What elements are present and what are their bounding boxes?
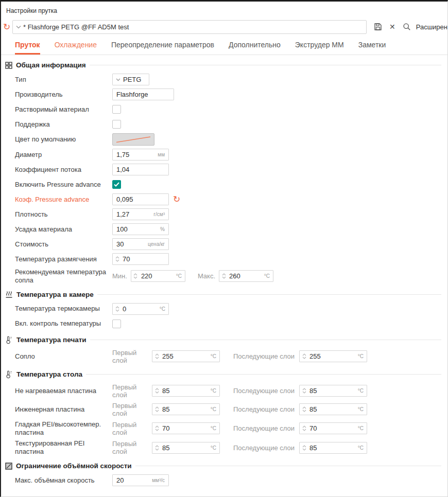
- hatched-square-icon: [5, 463, 12, 470]
- field-label: Температура термокамеры: [15, 305, 112, 313]
- save-preset-button[interactable]: [374, 23, 382, 31]
- pressure-advance-input[interactable]: 0,095: [112, 193, 169, 205]
- row-density: Плотность 1,27 г/см³: [15, 208, 447, 220]
- advanced-mode-toggle[interactable]: Расширен: [416, 23, 447, 31]
- smooth-pei-first-input[interactable]: 70 °C: [152, 422, 220, 434]
- soluble-checkbox[interactable]: [112, 105, 121, 114]
- spinner-arrows-icon[interactable]: [154, 353, 160, 359]
- value: 70: [162, 424, 169, 432]
- field-label: Коэффициент потока: [15, 166, 112, 174]
- unit-label: г/см³: [151, 211, 165, 217]
- spinner-arrows-icon[interactable]: [154, 406, 160, 412]
- shrinkage-input[interactable]: 100 %: [112, 223, 169, 235]
- field-label: Диаметр: [15, 151, 112, 159]
- diameter-value: 1,75: [116, 151, 129, 158]
- row-cost: Стоимость 30 цена/кг: [15, 238, 447, 250]
- spinner-arrows-icon[interactable]: [154, 388, 160, 394]
- unit-label: °C: [209, 406, 216, 412]
- default-color-swatch[interactable]: [112, 133, 154, 146]
- other-layers-label: Последующие слои: [233, 352, 297, 360]
- spinner-arrows-icon[interactable]: [301, 425, 307, 431]
- unit-label: °C: [209, 353, 216, 359]
- tab-mm-extruder[interactable]: Экструдер ММ: [295, 41, 344, 55]
- filament-settings-window: Настройки прутка ↻ * Flashforge PETG @FF…: [0, 0, 448, 497]
- field-label: Макс. объёмная скорость: [15, 476, 112, 485]
- nozzle-temp-min-input[interactable]: 220 °C: [131, 270, 185, 282]
- delete-preset-button[interactable]: ✕: [389, 23, 395, 31]
- textured-pei-first-input[interactable]: 85 °C: [152, 442, 220, 454]
- spinner-arrows-icon[interactable]: [301, 388, 307, 394]
- tab-notes[interactable]: Заметки: [358, 41, 386, 55]
- tab-advanced[interactable]: Дополнительно: [229, 41, 281, 55]
- other-layers-label: Последующие слои: [233, 405, 297, 413]
- spinner-arrows-icon[interactable]: [154, 445, 160, 451]
- spinner-arrows-icon[interactable]: [154, 425, 160, 431]
- chevron-down-icon: [116, 78, 120, 81]
- chamber-temp-value: 0: [123, 305, 126, 313]
- spinner-arrows-icon[interactable]: [301, 406, 307, 412]
- spinner-arrows-icon[interactable]: [114, 306, 120, 312]
- max-volumetric-speed-input[interactable]: 20 мм³/с: [112, 474, 169, 486]
- unit-label: °C: [356, 445, 364, 451]
- cool-plate-first-input[interactable]: 85 °C: [152, 385, 220, 397]
- field-label: Тип: [15, 76, 112, 84]
- row-chamber-temp: Температура термокамеры 0 °C: [15, 303, 447, 315]
- diameter-input[interactable]: 1,75 мм: [112, 149, 169, 161]
- spinner-arrows-icon[interactable]: [301, 445, 307, 451]
- spinner-arrows-icon[interactable]: [114, 256, 120, 262]
- softening-temp-input[interactable]: 70: [112, 253, 169, 265]
- first-layer-label: Первый слой: [112, 440, 147, 455]
- unit-label: °C: [356, 425, 364, 431]
- first-layer-label: Первый слой: [112, 349, 147, 364]
- first-layer-label: Первый слой: [112, 402, 147, 417]
- chamber-temp-input[interactable]: 0 °C: [112, 303, 169, 315]
- cool-plate-other-input[interactable]: 85 °C: [299, 385, 367, 397]
- window-title: Настройки прутка: [6, 7, 57, 14]
- field-label-modified: Коэф. Pressure advance: [15, 196, 112, 204]
- search-settings-button[interactable]: [403, 23, 411, 31]
- vendor-input[interactable]: Flashforge: [112, 88, 174, 100]
- nozzle-temp-max-input[interactable]: 260 °C: [219, 270, 273, 282]
- sync-presets-icon[interactable]: ↻: [1, 23, 12, 31]
- field-label: Вкл. контроль температуры: [15, 319, 112, 328]
- spinner-arrows-icon[interactable]: [221, 273, 227, 279]
- smooth-pei-other-input[interactable]: 70 °C: [299, 422, 367, 434]
- type-select[interactable]: PETG: [112, 74, 149, 85]
- field-label: Инженерная пластина: [15, 405, 112, 414]
- row-soluble: Растворимый материал: [15, 103, 447, 115]
- cost-input[interactable]: 30 цена/кг: [112, 238, 169, 250]
- row-engineering-plate: Инженерная пластина Первый слой 85 °C По…: [15, 402, 447, 417]
- field-label: Поддержка: [15, 120, 112, 129]
- undo-icon[interactable]: ↻: [173, 195, 180, 204]
- density-input[interactable]: 1,27 г/см³: [112, 208, 169, 220]
- nozzle-first-layer-input[interactable]: 255 °C: [152, 350, 220, 362]
- flow-value: 1,04: [116, 166, 129, 173]
- softening-value: 70: [123, 255, 130, 263]
- row-softening-temp: Температура размягчения 70: [15, 253, 447, 265]
- tab-setting-overrides[interactable]: Переопределение параметров: [111, 41, 214, 55]
- tab-filament[interactable]: Пруток: [15, 41, 40, 55]
- preset-selector[interactable]: * Flashforge PETG @FF AD5M test: [12, 20, 367, 34]
- row-smooth-pei-plate: Гладкая PEI/высокотемпер. пластина Первы…: [15, 420, 447, 437]
- spinner-arrows-icon[interactable]: [301, 353, 307, 359]
- unit-label: °C: [262, 273, 270, 279]
- value: 255: [162, 352, 174, 360]
- field-label: Производитель: [15, 91, 112, 99]
- unit-label: °C: [209, 445, 216, 451]
- thermometer-icon: [5, 336, 13, 344]
- max-label: Макс.: [198, 272, 215, 280]
- support-checkbox[interactable]: [112, 120, 121, 129]
- flow-ratio-input[interactable]: 1,04: [112, 164, 169, 175]
- unit-label: °C: [209, 388, 216, 394]
- spinner-arrows-icon[interactable]: [133, 273, 139, 279]
- chamber-temp-control-checkbox[interactable]: [112, 319, 121, 328]
- row-diameter: Диаметр 1,75 мм: [15, 149, 447, 161]
- engineering-plate-other-input[interactable]: 85 °C: [299, 403, 367, 415]
- pressure-advance-checkbox[interactable]: [112, 180, 121, 189]
- section-rule: [135, 466, 441, 466]
- tab-cooling[interactable]: Охлаждение: [55, 41, 97, 55]
- textured-pei-other-input[interactable]: 85 °C: [299, 442, 367, 454]
- value: 85: [162, 405, 169, 413]
- engineering-plate-first-input[interactable]: 85 °C: [152, 403, 220, 415]
- nozzle-other-layers-input[interactable]: 255 °C: [299, 350, 367, 362]
